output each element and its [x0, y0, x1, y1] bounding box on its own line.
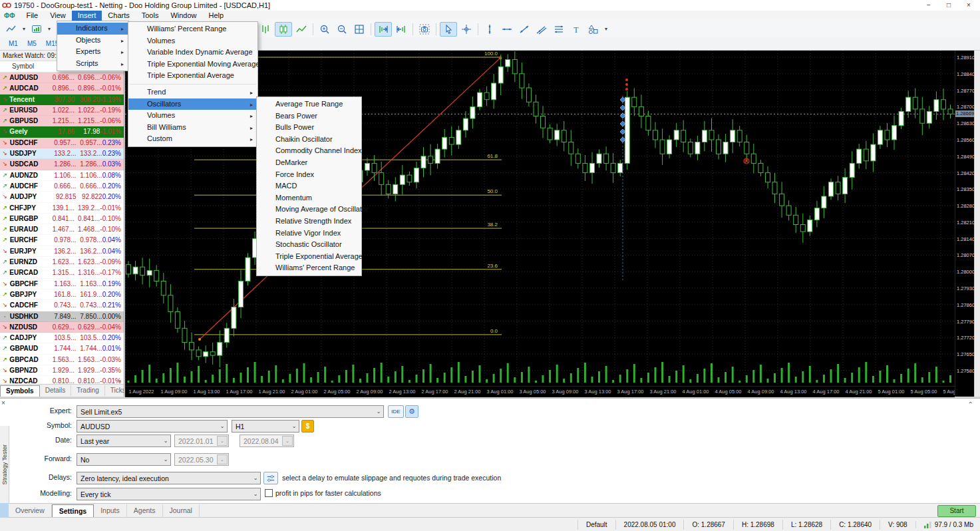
ide-button[interactable]: IDE — [388, 405, 404, 418]
modelling-select[interactable]: Every tick⌄ — [77, 488, 261, 500]
market-watch-row[interactable]: GBPCHF 1.163... 1.163... 0.19% — [0, 279, 124, 289]
market-watch-row[interactable]: AUDCAD 0.896... 0.896... -0.01% — [0, 83, 124, 94]
oscillator-menu-item[interactable]: Average True Range — [257, 98, 361, 110]
menu-bar-item[interactable]: Window — [164, 11, 202, 21]
shapes-icon[interactable] — [585, 23, 601, 36]
oscillator-menu-item[interactable]: Relative Vigor Index — [257, 228, 361, 240]
insert-menu-item[interactable]: Indicators ▸ — [57, 23, 128, 35]
tester-tab[interactable]: Settings — [52, 504, 94, 518]
chevron-up-icon[interactable]: ⌃ — [968, 401, 973, 408]
auto-scroll-icon[interactable] — [375, 22, 392, 37]
oscillator-menu-item[interactable]: Stochastic Oscillator — [257, 239, 361, 251]
market-watch-row[interactable]: EURUSD 1.022... 1.022... -0.19% — [0, 105, 124, 116]
indicator-group-item[interactable]: Bill Williams ▸ — [128, 122, 257, 134]
deposit-currency-icon[interactable]: $ — [301, 420, 314, 433]
market-watch-row[interactable]: EURCAD 1.315... 1.316... -0.17% — [0, 267, 124, 278]
symbol-select[interactable]: AUDUSD⌄ — [77, 420, 228, 433]
insert-menu-item[interactable]: Objects ▸ — [57, 35, 128, 47]
market-watch-row[interactable]: EURGBP 0.841... 0.841... -0.10% — [0, 214, 124, 224]
market-watch-row[interactable]: AUDJPY 92.815 92.822 0.20% — [0, 192, 124, 202]
sep-icon[interactable] — [478, 23, 478, 35]
latency-settings-icon[interactable] — [263, 472, 278, 484]
market-watch-row[interactable]: AUDNZD 1.106... 1.106... 0.08% — [0, 170, 124, 181]
cursor-icon[interactable] — [440, 22, 457, 37]
zoom-out-icon[interactable] — [334, 23, 350, 36]
market-watch-row[interactable]: GBPAUD 1.744... 1.744... 0.01% — [0, 343, 124, 354]
market-watch-row[interactable]: USDJPY 133.2... 133.2... 0.23% — [0, 148, 124, 159]
profit-in-pips-checkbox[interactable] — [265, 489, 273, 497]
market-watch-row[interactable]: EURAUD 1.467... 1.468... -0.10% — [0, 224, 124, 235]
market-watch-row[interactable]: USDHKD 7.849... 7.850... 0.00% — [0, 311, 124, 322]
oscillator-menu-item[interactable]: Momentum — [257, 192, 361, 204]
indicator-menu-item[interactable]: Variable Index Dynamic Average — [128, 47, 257, 59]
market-watch-row[interactable]: Tencent 307.30 308.20 -1.19% — [0, 94, 124, 105]
market-watch-tab[interactable]: Details — [40, 385, 72, 396]
menu-bar-item[interactable]: Help — [203, 11, 230, 21]
restore-button[interactable]: □ — [939, 1, 959, 10]
caret-icon[interactable]: ▾ — [46, 23, 53, 36]
sep-icon[interactable] — [412, 23, 413, 35]
timeframe-button[interactable]: M5 — [23, 38, 41, 49]
line-style-icon[interactable] — [3, 23, 19, 36]
minimize-button[interactable]: − — [919, 1, 939, 10]
indicator-menu-item[interactable]: Williams' Percent Range — [128, 23, 257, 35]
menu-bar-item[interactable]: Insert — [72, 11, 102, 21]
oscillator-menu-item[interactable]: MACD — [257, 180, 361, 192]
market-watch-row[interactable]: AUDUSD 0.696... 0.696... -0.06% — [0, 73, 124, 83]
menu-bar-item[interactable]: File — [20, 11, 44, 21]
delays-select[interactable]: Zero latency, ideal execution⌄ — [77, 472, 261, 484]
zoom-in-icon[interactable] — [317, 23, 333, 36]
sep-icon[interactable] — [313, 23, 313, 35]
tester-tab[interactable]: Journal — [163, 504, 200, 517]
oscillator-menu-item[interactable]: Force Index — [257, 169, 361, 181]
indicator-group-item[interactable]: Oscillators ▸ — [128, 98, 257, 110]
bars-mode-icon[interactable] — [257, 23, 273, 36]
tester-close-icon[interactable]: × — [1, 400, 5, 407]
oscillator-menu-item[interactable]: Commodity Channel Index — [257, 145, 361, 157]
market-watch-row[interactable]: NZDUSD 0.629... 0.629... -0.04% — [0, 322, 124, 333]
market-watch-row[interactable]: GBPJPY 161.8... 161.9... 0.20% — [0, 289, 124, 300]
indicator-menu-item[interactable]: Triple Exponential Moving Average — [128, 59, 257, 71]
date-range-select[interactable]: Last year⌄ — [77, 435, 171, 447]
oscillator-menu-item[interactable]: Bulls Power — [257, 122, 361, 134]
line-mode-icon[interactable] — [293, 23, 309, 36]
market-watch-row[interactable]: GBPCAD 1.563... 1.563... -0.03% — [0, 355, 124, 365]
market-watch-tab[interactable]: Ticks — [105, 385, 124, 396]
oscillator-menu-item[interactable]: Triple Exponential Average — [257, 251, 361, 263]
sep-icon[interactable] — [371, 23, 371, 35]
market-watch-row[interactable]: Geely 17.86 17.98 -1.01% — [0, 126, 124, 137]
market-watch-row[interactable]: EURJPY 136.2... 136.2... 0.04% — [0, 246, 124, 257]
channel-icon[interactable] — [534, 23, 550, 36]
indicator-group-item[interactable]: Trend ▸ — [128, 87, 257, 98]
oscillator-menu-item[interactable]: DeMarker — [257, 157, 361, 169]
oscillator-menu-item[interactable]: Moving Average of Oscillator — [257, 204, 361, 216]
chart-shift-icon[interactable] — [393, 23, 409, 36]
strategy-tester-side-tab[interactable]: Strategy Tester — [0, 426, 9, 503]
forward-date-field[interactable]: 2022.05.30⌄ — [174, 453, 229, 466]
menu-bar-item[interactable]: Charts — [102, 11, 135, 21]
market-watch-row[interactable]: GBPNZD 1.929... 1.929... -0.35% — [0, 365, 124, 376]
chevron-down-icon[interactable]: ⌄ — [117, 376, 122, 383]
market-watch-tab[interactable]: Trading — [71, 385, 105, 396]
market-watch-row[interactable]: USDCHF 0.957... 0.957... 0.23% — [0, 138, 124, 148]
oscillator-menu-item[interactable]: Chaikin Oscillator — [257, 134, 361, 146]
caret-icon[interactable]: ▾ — [21, 23, 27, 36]
indicator-menu-item[interactable]: Triple Exponential Average — [128, 70, 257, 82]
market-watch-row[interactable]: CHFJPY 139.1... 139.2... -0.01% — [0, 203, 124, 214]
market-watch-row[interactable]: USDCAD 1.286... 1.286... 0.03% — [0, 159, 124, 170]
candles-mode-icon[interactable] — [275, 22, 292, 37]
oscillator-menu-item[interactable]: Relative Strength Index — [257, 216, 361, 228]
text-tool-icon[interactable]: T — [568, 23, 584, 36]
tester-tab[interactable]: Inputs — [94, 504, 127, 517]
tile-windows-icon[interactable] — [351, 23, 367, 36]
oscillator-menu-item[interactable]: Bears Power — [257, 110, 361, 122]
market-watch-row[interactable]: CADCHF 0.743... 0.743... 0.21% — [0, 300, 124, 311]
market-watch-tab[interactable]: Symbols — [0, 385, 40, 397]
caret-icon[interactable]: ▾ — [603, 23, 609, 36]
market-watch-row[interactable]: EURNZD 1.623... 1.623... -0.09% — [0, 257, 124, 267]
vertical-line-icon[interactable] — [482, 23, 498, 36]
period-select[interactable]: H1⌄ — [232, 420, 299, 433]
market-watch-row[interactable]: CADJPY 103.5... 103.5... 0.20% — [0, 333, 124, 343]
crosshair-icon[interactable] — [458, 23, 474, 36]
date-from-field[interactable]: 2022.01.01⌄ — [174, 435, 229, 447]
